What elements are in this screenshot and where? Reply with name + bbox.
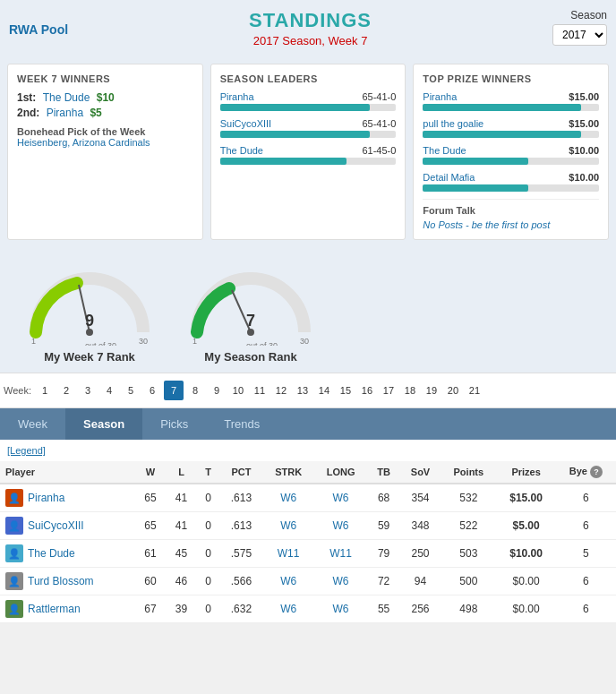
season-label: Season	[570, 9, 607, 21]
week-number-13[interactable]: 13	[293, 381, 312, 400]
col-player: Player	[0, 461, 135, 484]
leader-bar-container	[220, 158, 397, 165]
col-points: Points	[441, 461, 496, 484]
player-name[interactable]: Piranha	[28, 492, 64, 504]
week-number-14[interactable]: 14	[314, 381, 334, 400]
season-selector: Season 2017 2016	[552, 9, 607, 46]
week-rank-label: My Week 7 Rank	[44, 350, 135, 364]
cell-bye: 6	[556, 595, 616, 623]
week-number-18[interactable]: 18	[400, 381, 420, 400]
tab-season[interactable]: Season	[65, 408, 142, 440]
player-name[interactable]: Turd Blossom	[28, 575, 94, 587]
cell-strk: W6	[263, 568, 314, 595]
week-number-10[interactable]: 10	[228, 381, 248, 400]
cell-w: 67	[135, 595, 167, 623]
cell-w: 65	[135, 484, 167, 512]
cell-prizes: $10.00	[496, 540, 555, 568]
week-number-5[interactable]: 5	[121, 381, 141, 400]
player-name[interactable]: SuiCycoXIII	[28, 519, 84, 532]
standings-table: Player W L T PCT STRK LONG TB SoV Points…	[0, 461, 616, 623]
leader-row: SuiCycoXIII 65-41-0	[220, 118, 397, 138]
player-name[interactable]: Rattlerman	[28, 603, 81, 615]
cell-sov: 250	[400, 540, 441, 568]
week-number-2[interactable]: 2	[56, 381, 76, 400]
week-number-17[interactable]: 17	[379, 381, 398, 400]
week-number-6[interactable]: 6	[142, 381, 162, 400]
tab-trends[interactable]: Trends	[206, 408, 278, 440]
first-place-name[interactable]: The Dude	[43, 91, 90, 104]
cell-points: 500	[441, 568, 496, 595]
col-pct: PCT	[219, 461, 262, 484]
prize-bar-container	[423, 131, 599, 138]
pool-title: RWA Pool	[9, 9, 68, 37]
leader-name[interactable]: SuiCycoXIII	[220, 118, 271, 129]
tab-week[interactable]: Week	[0, 408, 65, 440]
bye-help-icon[interactable]: ?	[590, 466, 603, 478]
week-number-9[interactable]: 9	[207, 381, 227, 400]
bonehead-detail[interactable]: Heisenberg, Arizona Cardinals	[17, 137, 193, 148]
week-number-20[interactable]: 20	[443, 381, 463, 400]
cell-long: W6	[314, 484, 368, 512]
tabs-row: Week Season Picks Trends	[0, 408, 616, 440]
cell-l: 39	[166, 595, 197, 623]
prize-row: Piranha $15.00	[423, 91, 599, 111]
prize-name[interactable]: pull the goalie	[423, 118, 483, 129]
leader-rows: Piranha 65-41-0 SuiCycoXIII 65-41-0 The …	[220, 91, 397, 165]
leader-row: The Dude 61-45-0	[220, 145, 397, 165]
second-place-name[interactable]: Piranha	[47, 107, 83, 119]
week-bar-label: Week:	[4, 385, 31, 396]
prize-bar-container	[423, 184, 599, 192]
svg-text:7: 7	[246, 312, 255, 330]
cell-bye: 6	[556, 484, 616, 512]
cell-t: 0	[197, 484, 220, 512]
prize-name[interactable]: The Dude	[423, 145, 466, 156]
legend-area: [Legend]	[0, 440, 616, 461]
cell-t: 0	[197, 595, 220, 623]
forum-title: Forum Talk	[423, 205, 599, 216]
cell-tb: 55	[367, 595, 399, 623]
prize-name[interactable]: Piranha	[423, 91, 457, 102]
player-cell: 👤 The Dude	[0, 540, 135, 568]
leader-bar-container	[220, 131, 397, 138]
cell-w: 61	[135, 540, 167, 568]
season-rank-label: My Season Rank	[204, 350, 296, 364]
week-number-16[interactable]: 16	[357, 381, 377, 400]
cards-row: WEEK 7 WINNERS 1st: The Dude $10 2nd: Pi…	[0, 56, 616, 247]
first-place-row: 1st: The Dude $10	[17, 91, 193, 104]
week-number-3[interactable]: 3	[78, 381, 98, 400]
season-rank-gauge: 1 out of 30 30 7 My Season Rank	[179, 256, 322, 364]
week-number-12[interactable]: 12	[271, 381, 291, 400]
week-number-8[interactable]: 8	[185, 381, 205, 400]
forum-text[interactable]: No Posts - be the first to post	[423, 219, 599, 230]
cell-w: 60	[135, 568, 167, 595]
player-name[interactable]: The Dude	[28, 547, 75, 560]
second-place-label: 2nd:	[17, 107, 39, 119]
prize-name[interactable]: Detail Mafia	[423, 172, 475, 183]
table-header: Player W L T PCT STRK LONG TB SoV Points…	[0, 461, 616, 484]
col-bye: Bye ?	[556, 461, 616, 484]
legend-link[interactable]: [Legend]	[0, 441, 53, 459]
tab-picks[interactable]: Picks	[142, 408, 206, 440]
leader-name[interactable]: The Dude	[220, 145, 263, 156]
cell-bye: 5	[556, 540, 616, 568]
cell-tb: 68	[367, 484, 399, 512]
week-number-15[interactable]: 15	[336, 381, 355, 400]
cell-t: 0	[197, 540, 220, 568]
week-number-19[interactable]: 19	[422, 381, 441, 400]
leader-record: 61-45-0	[362, 145, 396, 156]
week-number-4[interactable]: 4	[99, 381, 119, 400]
col-l: L	[166, 461, 197, 484]
season-select[interactable]: 2017 2016	[552, 24, 607, 46]
week-number-7[interactable]: 7	[164, 381, 184, 400]
leader-name[interactable]: Piranha	[220, 91, 254, 102]
standings-heading: STANDINGS	[249, 9, 372, 32]
leader-record: 65-41-0	[362, 91, 396, 102]
leader-bar-container	[220, 104, 397, 111]
col-sov: SoV	[400, 461, 441, 484]
week-number-1[interactable]: 1	[35, 381, 55, 400]
svg-text:30: 30	[139, 337, 148, 346]
cell-prizes: $5.00	[496, 512, 555, 540]
col-tb: TB	[367, 461, 399, 484]
week-number-11[interactable]: 11	[250, 381, 270, 400]
week-number-21[interactable]: 21	[465, 381, 484, 400]
